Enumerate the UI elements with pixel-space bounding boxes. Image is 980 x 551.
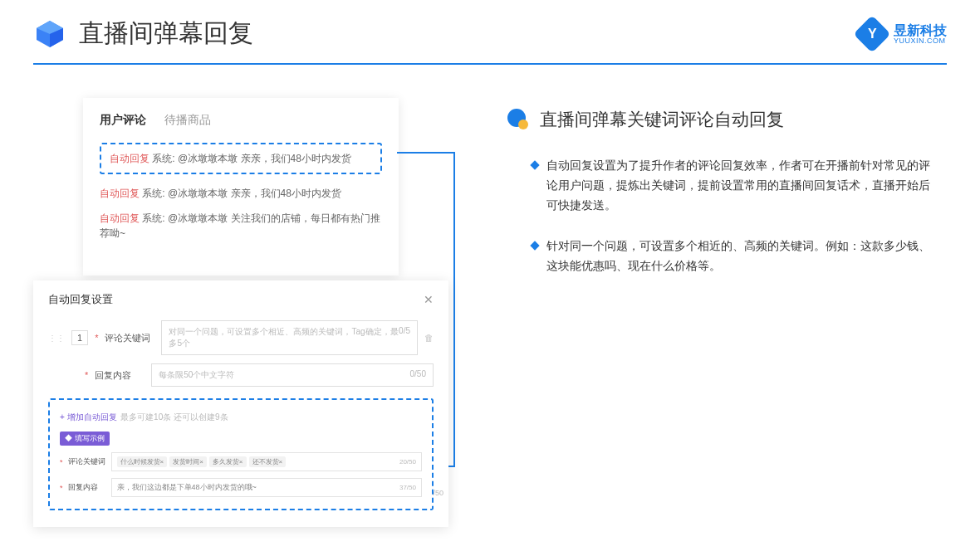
brand-name-cn: 昱新科技 bbox=[894, 24, 947, 37]
brand-logo: Y 昱新科技 YUUXIN.COM bbox=[859, 21, 947, 47]
example-box: + 增加自动回复 最多可建10条 还可以创建9条 ◆ 填写示例 * 评论关键词 … bbox=[48, 398, 434, 510]
diamond-icon bbox=[530, 160, 539, 169]
reply-input[interactable]: 每条限50个中文字符 0/50 bbox=[151, 363, 434, 387]
ex-reply-label: 回复内容 bbox=[68, 482, 106, 493]
tab-user-comments[interactable]: 用户评论 bbox=[100, 113, 146, 128]
tab-pending-goods[interactable]: 待播商品 bbox=[164, 113, 211, 128]
ex-reply-input[interactable]: 亲，我们这边都是下单48小时内发货的哦~ 37/50 bbox=[111, 478, 422, 497]
bullet-item: 针对同一个问题，可设置多个相近的、高频的关键词。例如：这款多少钱、这块能优惠吗、… bbox=[507, 236, 930, 276]
page-title: 直播间弹幕回复 bbox=[79, 17, 253, 51]
keyword-chip[interactable]: 还不发货× bbox=[249, 456, 287, 467]
brand-icon: Y bbox=[853, 15, 890, 52]
reply-label: 回复内容 bbox=[95, 369, 145, 382]
keyword-chip[interactable]: 什么时候发货× bbox=[117, 456, 168, 467]
bullet-text: 针对同一个问题，可设置多个相近的、高频的关键词。例如：这款多少钱、这块能优惠吗、… bbox=[546, 236, 930, 276]
required-mark: * bbox=[95, 333, 98, 343]
example-badge: ◆ 填写示例 bbox=[60, 432, 110, 446]
chat-bubble-icon bbox=[507, 108, 530, 131]
rule-number: 1 bbox=[71, 330, 88, 345]
diamond-icon bbox=[530, 241, 539, 251]
required-mark: * bbox=[85, 370, 88, 380]
delete-icon[interactable]: 🗑 bbox=[424, 333, 434, 343]
ex-keyword-input[interactable]: 什么时候发货× 发货时间× 多久发货× 还不发货× 20/50 bbox=[111, 452, 422, 471]
bullet-text: 自动回复设置为了提升作者的评论回复效率，作者可在开播前针对常见的评论用户问题，提… bbox=[546, 156, 930, 215]
svg-point-4 bbox=[518, 119, 528, 129]
comment-row: 自动回复 系统: @冰墩墩本墩 亲亲，我们48小时内发货 bbox=[100, 186, 382, 201]
settings-title: 自动回复设置 bbox=[48, 292, 113, 307]
connector-line bbox=[397, 152, 455, 154]
ex-keyword-label: 评论关键词 bbox=[68, 456, 106, 467]
brand-name-en: YUUXIN.COM bbox=[894, 37, 947, 45]
section-title: 直播间弹幕关键词评论自动回复 bbox=[540, 108, 784, 131]
connector-line bbox=[453, 152, 455, 467]
comment-highlighted: 自动回复 系统: @冰墩墩本墩 亲亲，我们48小时内发货 bbox=[100, 143, 382, 174]
auto-reply-tag: 自动回复 bbox=[100, 212, 140, 224]
drag-handle-icon[interactable]: ⋮⋮ bbox=[48, 334, 65, 343]
add-hint: 最多可建10条 还可以创建9条 bbox=[120, 412, 228, 422]
cube-icon bbox=[33, 17, 66, 51]
bullet-item: 自动回复设置为了提升作者的评论回复效率，作者可在开播前针对常见的评论用户问题，提… bbox=[507, 156, 930, 215]
keyword-input[interactable]: 对同一个问题，可设置多个相近、高频的关键词，Tag确定，最多5个 0/5 bbox=[161, 320, 418, 355]
auto-reply-tag: 自动回复 bbox=[100, 188, 140, 199]
auto-reply-tag: 自动回复 bbox=[110, 153, 149, 164]
keyword-chip[interactable]: 发货时间× bbox=[169, 456, 207, 467]
keyword-label: 评论关键词 bbox=[105, 332, 154, 344]
close-icon[interactable]: ✕ bbox=[424, 293, 434, 306]
comments-panel: 用户评论 待播商品 自动回复 系统: @冰墩墩本墩 亲亲，我们48小时内发货 自… bbox=[83, 98, 399, 276]
auto-reply-settings-panel: 自动回复设置 ✕ ⋮⋮ 1 * 评论关键词 对同一个问题，可设置多个相近、高频的… bbox=[33, 280, 448, 527]
add-auto-reply-link[interactable]: + 增加自动回复 bbox=[60, 412, 117, 422]
counter: /50 bbox=[433, 489, 443, 497]
keyword-chip[interactable]: 多久发货× bbox=[209, 456, 247, 467]
required-mark: * bbox=[60, 458, 63, 466]
comment-row: 自动回复 系统: @冰墩墩本墩 关注我们的店铺，每日都有热门推荐呦~ bbox=[100, 211, 382, 241]
required-mark: * bbox=[60, 484, 63, 492]
